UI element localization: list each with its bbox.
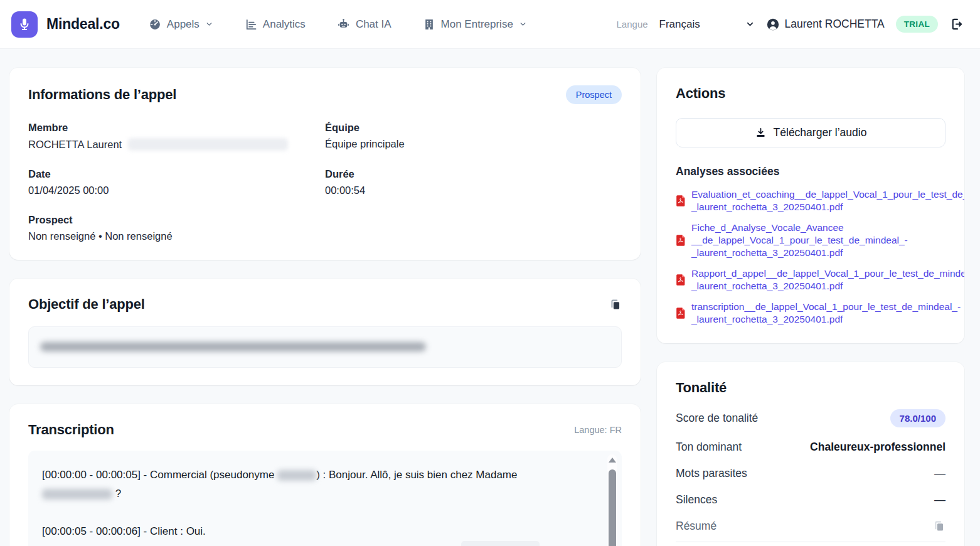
nav-item-analytics[interactable]: Analytics bbox=[245, 18, 306, 31]
pdf-file-link[interactable]: Fiche_d_Analyse_Vocale_Avancee __de_lapp… bbox=[676, 222, 945, 259]
scroll-up-arrow[interactable] bbox=[609, 458, 616, 463]
call-info-fields: Membre ROCHETTA Laurent Équipe Équipe pr… bbox=[28, 122, 622, 242]
objective-card: Objectif de l’appel bbox=[9, 279, 641, 385]
pdf-file-name: Fiche_d_Analyse_Vocale_Avancee __de_lapp… bbox=[691, 222, 908, 259]
tonality-title: Tonalité bbox=[676, 380, 945, 396]
redacted-text bbox=[277, 470, 316, 481]
field-value: 00:00:54 bbox=[325, 185, 622, 196]
robot-icon bbox=[337, 18, 350, 31]
transcript-line: [00:00:00 - 00:00:05] - Commercial (pseu… bbox=[42, 466, 584, 503]
main-content: Informations de l’appel Prospect Membre … bbox=[0, 49, 980, 546]
transcription-language: Langue: FR bbox=[574, 425, 622, 435]
gauge-icon bbox=[149, 18, 161, 31]
language-select[interactable]: Français bbox=[659, 18, 755, 31]
chevron-down-icon bbox=[205, 20, 213, 28]
fillers-label: Mots parasites bbox=[676, 467, 747, 480]
nav-item-appels[interactable]: Appels bbox=[149, 18, 213, 31]
field-value: Équipe principale bbox=[325, 138, 622, 150]
topbar-right: Langue Français Laurent ROCHETTA TRIAL bbox=[617, 16, 964, 33]
redacted-text bbox=[40, 342, 426, 351]
field-value: 01/04/2025 00:00 bbox=[28, 185, 325, 196]
objective-text-box bbox=[28, 326, 622, 368]
pdf-file-name: Evaluation_et_coaching__de_lappel_Vocal_… bbox=[691, 188, 964, 213]
tone-label: Ton dominant bbox=[676, 441, 742, 454]
left-column: Informations de l’appel Prospect Membre … bbox=[9, 68, 641, 546]
user-menu[interactable]: Laurent ROCHETTA bbox=[766, 18, 885, 31]
field-prospect: Prospect Non renseigné • Non renseigné bbox=[28, 214, 325, 242]
copy-icon[interactable] bbox=[609, 298, 622, 311]
actions-card: Actions Télécharger l’audio Analyses ass… bbox=[657, 68, 964, 343]
microphone-icon bbox=[17, 17, 32, 32]
status-badge: Prospect bbox=[566, 85, 622, 104]
pdf-file-link[interactable]: transcription__de_lappel_Vocal_1_pour_le… bbox=[676, 301, 945, 326]
download-label: Télécharger l’audio bbox=[774, 126, 867, 139]
analyses-title: Analyses associées bbox=[676, 165, 945, 178]
download-icon bbox=[755, 127, 767, 139]
field-team: Équipe Équipe principale bbox=[325, 122, 622, 151]
nav-label: Mon Entreprise bbox=[441, 18, 513, 31]
transcript-text: ) : Bonjour. Allô, je suis bien chez Mad… bbox=[316, 469, 517, 481]
bottom-peek-element bbox=[461, 541, 540, 546]
call-info-card: Informations de l’appel Prospect Membre … bbox=[9, 68, 641, 260]
transcription-title: Transcription bbox=[28, 422, 114, 438]
pdf-icon bbox=[676, 234, 686, 247]
pdf-file-name: transcription__de_lappel_Vocal_1_pour_le… bbox=[691, 301, 961, 326]
score-badge: 78.0/100 bbox=[890, 409, 945, 427]
bar-chart-icon bbox=[245, 18, 257, 31]
nav-item-mon-entreprise[interactable]: Mon Entreprise bbox=[423, 18, 527, 31]
objective-title: Objectif de l’appel bbox=[28, 296, 145, 313]
copy-icon[interactable] bbox=[932, 520, 945, 533]
tonality-summary-row: Résumé bbox=[676, 520, 945, 533]
transcript-box[interactable]: [00:00:00 - 00:00:05] - Commercial (pseu… bbox=[28, 451, 622, 546]
field-label: Date bbox=[28, 168, 325, 180]
transcription-card: Transcription Langue: FR [00:00:00 - 00:… bbox=[9, 404, 641, 546]
summary-label: Résumé bbox=[676, 520, 716, 533]
main-nav: Appels Analytics bbox=[149, 18, 527, 31]
redacted-text bbox=[42, 489, 112, 500]
tonality-tone-row: Ton dominant Chaleureux-professionnel bbox=[676, 441, 945, 454]
nav-label: Appels bbox=[167, 18, 200, 31]
call-info-title: Informations de l’appel bbox=[28, 87, 176, 103]
language-value: Français bbox=[659, 18, 700, 31]
nav-item-chat-ia[interactable]: Chat IA bbox=[337, 18, 391, 31]
transcript-text: [00:00:00 - 00:00:05] - Commercial (pseu… bbox=[42, 469, 277, 481]
actions-title: Actions bbox=[676, 85, 945, 102]
silences-label: Silences bbox=[676, 493, 717, 506]
divider bbox=[676, 542, 945, 542]
nav-label: Chat IA bbox=[356, 18, 391, 31]
field-member: Membre ROCHETTA Laurent bbox=[28, 122, 325, 151]
pdf-icon bbox=[676, 307, 686, 319]
plan-badge: TRIAL bbox=[896, 16, 938, 33]
score-label: Score de tonalité bbox=[676, 412, 758, 425]
tonality-card: Tonalité Score de tonalité 78.0/100 Ton … bbox=[657, 362, 964, 546]
pdf-file-link[interactable]: Rapport_d_appel__de_lappel_Vocal_1_pour_… bbox=[676, 267, 945, 292]
top-navbar: Mindeal.co Appels bbox=[0, 0, 980, 49]
field-label: Durée bbox=[325, 168, 622, 180]
scrollbar[interactable] bbox=[607, 454, 617, 546]
download-audio-button[interactable]: Télécharger l’audio bbox=[676, 118, 945, 147]
transcript-text: ? bbox=[112, 488, 121, 500]
field-value: Non renseigné • Non renseigné bbox=[28, 230, 325, 242]
pdf-file-name: Rapport_d_appel__de_lappel_Vocal_1_pour_… bbox=[691, 267, 964, 292]
tonality-score-row: Score de tonalité 78.0/100 bbox=[676, 409, 945, 427]
building-icon bbox=[423, 18, 435, 31]
field-label: Prospect bbox=[28, 214, 325, 226]
tonality-silences-row: Silences — bbox=[676, 493, 945, 506]
user-name: Laurent ROCHETTA bbox=[785, 18, 885, 31]
pdf-icon bbox=[676, 274, 686, 286]
redacted-text bbox=[128, 138, 288, 151]
field-label: Membre bbox=[28, 122, 325, 134]
chevron-down-icon bbox=[745, 19, 755, 29]
nav-label: Analytics bbox=[263, 18, 306, 31]
pdf-file-link[interactable]: Evaluation_et_coaching__de_lappel_Vocal_… bbox=[676, 188, 945, 213]
brand-name: Mindeal.co bbox=[46, 16, 120, 33]
tone-value: Chaleureux-professionnel bbox=[810, 441, 945, 454]
fillers-value: — bbox=[934, 467, 945, 480]
user-avatar-icon bbox=[766, 18, 780, 31]
scrollbar-thumb[interactable] bbox=[609, 469, 616, 546]
logout-icon[interactable] bbox=[949, 17, 964, 31]
field-duration: Durée 00:00:54 bbox=[325, 168, 622, 196]
chevron-down-icon bbox=[519, 20, 527, 28]
pdf-icon bbox=[676, 195, 686, 207]
transcript-line: [00:00:05 - 00:00:06] - Client : Oui. bbox=[42, 522, 584, 541]
